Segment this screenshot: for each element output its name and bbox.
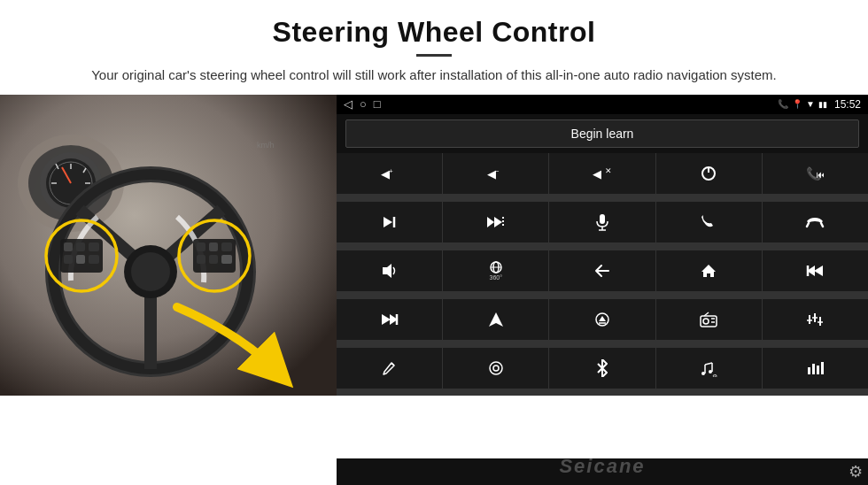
svg-line-55: [807, 223, 809, 227]
svg-rect-21: [76, 242, 85, 251]
page-title: Steering Wheel Control: [53, 16, 815, 49]
ctrl-back[interactable]: [549, 250, 655, 291]
svg-point-84: [490, 362, 502, 374]
ctrl-rewind[interactable]: [763, 250, 868, 291]
svg-line-56: [821, 223, 823, 227]
ctrl-vol-up[interactable]: ◀+: [337, 153, 442, 194]
svg-rect-25: [89, 255, 99, 264]
ctrl-navigate[interactable]: [443, 299, 548, 340]
ctrl-home[interactable]: [656, 250, 762, 291]
phone-icon: 📞: [778, 99, 788, 109]
status-bar-nav: ◁ ○ □: [344, 97, 381, 111]
ctrl-mute[interactable]: ◀✕: [549, 153, 655, 194]
title-divider: [416, 54, 452, 57]
recents-nav-icon[interactable]: □: [374, 97, 381, 111]
ctrl-360[interactable]: 360°: [443, 250, 548, 291]
wifi-icon: ▼: [806, 99, 815, 109]
ctrl-audio-levels[interactable]: [763, 348, 868, 389]
svg-point-74: [703, 319, 709, 324]
svg-text:+: +: [389, 167, 393, 175]
svg-marker-70: [599, 316, 606, 321]
home-nav-icon[interactable]: ○: [360, 97, 367, 111]
svg-rect-27: [197, 242, 205, 251]
seicane-watermark: Seicane: [559, 455, 645, 478]
ctrl-edit[interactable]: [337, 348, 442, 389]
svg-marker-57: [383, 264, 391, 278]
svg-marker-66: [382, 314, 391, 325]
car-steering-wheel-image: km/h: [0, 95, 337, 396]
ctrl-next-track[interactable]: [337, 202, 442, 242]
ctrl-eq[interactable]: [763, 299, 868, 340]
svg-rect-32: [221, 255, 232, 264]
content-area: km/h ◁ ○ □ 📞 📍 ▼ ▮▮ 1: [0, 95, 868, 486]
ctrl-music[interactable]: ⚙: [656, 348, 762, 389]
svg-marker-50: [494, 217, 502, 227]
svg-text:km/h: km/h: [257, 141, 275, 150]
svg-rect-28: [209, 242, 218, 251]
svg-rect-31: [209, 255, 218, 264]
svg-rect-20: [64, 242, 73, 251]
subtitle: Your original car's steering wheel contr…: [71, 65, 797, 86]
svg-text:−: −: [495, 167, 500, 175]
ctrl-prev[interactable]: 📞⏮: [763, 153, 868, 194]
svg-marker-68: [489, 312, 503, 327]
svg-marker-61: [701, 265, 716, 277]
svg-rect-22: [89, 242, 99, 251]
status-bar-right: 📞 📍 ▼ ▮▮ 15:52: [778, 98, 861, 111]
header-section: Steering Wheel Control Your original car…: [0, 0, 868, 95]
ctrl-speaker[interactable]: [337, 250, 442, 291]
ctrl-vol-down[interactable]: ◀−: [443, 153, 548, 194]
ctrl-fast-forward[interactable]: [443, 202, 548, 242]
svg-text:◀: ◀: [593, 167, 601, 181]
svg-rect-90: [808, 367, 810, 374]
svg-point-18: [131, 252, 170, 291]
svg-rect-30: [197, 255, 205, 264]
svg-rect-93: [821, 362, 824, 374]
bottom-bar: Seicane ⚙: [337, 458, 868, 485]
ctrl-hangup[interactable]: [763, 202, 868, 242]
svg-marker-63: [814, 266, 823, 276]
begin-learn-button[interactable]: Begin learn: [345, 119, 859, 148]
svg-line-88: [705, 363, 712, 365]
svg-rect-92: [817, 366, 819, 374]
ctrl-mic[interactable]: [549, 202, 655, 242]
svg-text:⏮: ⏮: [816, 169, 824, 180]
ctrl-settings-circle[interactable]: [443, 348, 548, 389]
svg-rect-52: [600, 214, 605, 224]
ctrl-eject[interactable]: [549, 299, 655, 340]
svg-marker-49: [487, 217, 494, 227]
svg-point-85: [493, 366, 499, 371]
begin-learn-row: Begin learn: [337, 114, 868, 153]
svg-rect-91: [812, 364, 815, 374]
back-nav-icon[interactable]: ◁: [344, 97, 353, 111]
status-bar: ◁ ○ □ 📞 📍 ▼ ▮▮ 15:52: [337, 95, 868, 114]
svg-rect-29: [221, 242, 232, 251]
svg-text:✕: ✕: [605, 166, 612, 175]
svg-marker-47: [384, 217, 392, 227]
gear-icon[interactable]: ⚙: [849, 462, 863, 481]
svg-rect-24: [76, 255, 85, 264]
ctrl-call[interactable]: [656, 202, 762, 242]
android-screen-wrapper: ◁ ○ □ 📞 📍 ▼ ▮▮ 15:52 Begin learn: [337, 95, 868, 486]
car-image-area: km/h: [0, 95, 337, 396]
android-screen: ◁ ○ □ 📞 📍 ▼ ▮▮ 15:52 Begin learn: [337, 95, 868, 396]
location-icon: 📍: [792, 99, 802, 109]
ctrl-power[interactable]: [656, 153, 762, 194]
ctrl-skip-next[interactable]: [337, 299, 442, 340]
page-wrapper: Steering Wheel Control Your original car…: [0, 0, 868, 485]
svg-line-83: [391, 363, 394, 366]
ctrl-bluetooth[interactable]: [549, 348, 655, 389]
ctrl-radio[interactable]: [656, 299, 762, 340]
signal-icon: ▮▮: [818, 100, 827, 109]
clock-display: 15:52: [834, 98, 861, 111]
svg-text:⚙: ⚙: [712, 373, 717, 377]
controls-grid: ◀+ ◀− ◀✕ 📞⏮: [337, 153, 868, 396]
svg-rect-23: [64, 255, 73, 264]
